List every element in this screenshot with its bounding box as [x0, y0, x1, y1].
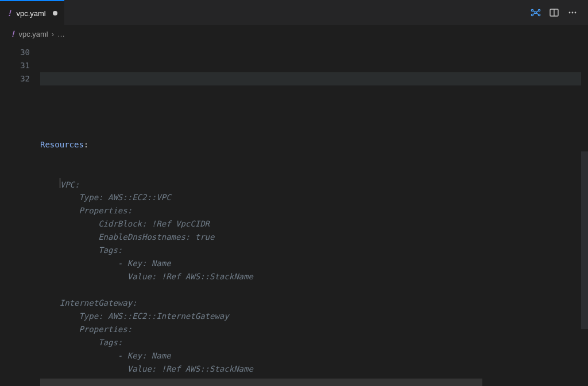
- ghost-suggestion-line: Tags:: [40, 336, 588, 349]
- ghost-suggestion-line: InternetGateway:: [40, 297, 588, 310]
- yaml-language-icon: !: [10, 29, 15, 38]
- svg-point-12: [572, 12, 574, 14]
- graph-icon[interactable]: [531, 7, 541, 18]
- ghost-suggestion-line: EnableDnsHostnames: true: [40, 231, 588, 244]
- ghost-suggestion-line: Properties:: [40, 204, 588, 217]
- svg-point-1: [531, 14, 533, 15]
- svg-point-2: [535, 11, 536, 13]
- horizontal-scrollbar-thumb[interactable]: [40, 379, 482, 386]
- split-editor-icon[interactable]: [549, 7, 559, 18]
- ghost-suggestion-line: - Key: Name: [40, 349, 588, 362]
- svg-line-8: [536, 13, 538, 14]
- ghost-suggestion-line: Properties:: [40, 323, 588, 336]
- ghost-suggestion-line: Value: !Ref AWS::StackName: [40, 270, 588, 283]
- yaml-language-icon: !: [7, 9, 11, 18]
- ellipsis-icon[interactable]: [567, 7, 578, 18]
- tab-dirty-indicator: [53, 11, 57, 15]
- svg-point-3: [538, 9, 540, 11]
- ghost-suggestion-line: - Key: Name: [40, 257, 588, 270]
- ghost-suggestion-line: Type: AWS::EC2::VPC: [40, 191, 588, 204]
- code-line: Resources:: [40, 138, 588, 151]
- ghost-suggestion-line: Value: !Ref AWS::StackName: [40, 362, 588, 376]
- svg-line-5: [533, 11, 535, 12]
- chevron-right-icon: ›: [52, 30, 54, 38]
- ghost-suggestion-line: VPC:: [40, 178, 588, 191]
- overview-ruler-thumb[interactable]: [581, 151, 588, 329]
- ghost-suggestion-line: Type: AWS::EC2::InternetGateway: [40, 310, 588, 323]
- svg-point-13: [575, 12, 577, 14]
- code-content[interactable]: Resources: VPC: Type: AWS::EC2::VPC Prop…: [40, 42, 588, 386]
- breadcrumb-filename: vpc.yaml: [18, 30, 48, 38]
- code-line: [40, 99, 588, 112]
- line-number-gutter: 303132: [0, 42, 40, 386]
- ghost-suggestion-line: Tags:: [40, 244, 588, 257]
- ghost-suggestion-line: [40, 283, 588, 297]
- tab-bar: ! vpc.yaml: [0, 0, 588, 25]
- line-number: 32: [0, 72, 30, 85]
- svg-point-11: [569, 12, 571, 14]
- overview-ruler[interactable]: [581, 42, 588, 386]
- horizontal-scrollbar[interactable]: [40, 379, 581, 386]
- tab-actions: [531, 0, 588, 25]
- svg-point-0: [531, 9, 533, 11]
- text-cursor: [60, 178, 60, 188]
- breadcrumb[interactable]: ! vpc.yaml › …: [0, 25, 588, 42]
- current-line-highlight: [40, 72, 585, 85]
- svg-point-4: [538, 14, 540, 15]
- code-editor[interactable]: 303132 Resources: VPC: Type: AWS::EC2::V…: [0, 42, 588, 386]
- svg-line-6: [533, 13, 535, 14]
- line-number: 31: [0, 59, 30, 72]
- line-number: 30: [0, 46, 30, 59]
- svg-line-7: [536, 11, 538, 12]
- tab-filename: vpc.yaml: [16, 9, 45, 18]
- ghost-suggestion-line: CidrBlock: !Ref VpcCIDR: [40, 217, 588, 231]
- editor-tab[interactable]: ! vpc.yaml: [0, 0, 64, 25]
- breadcrumb-trail: …: [57, 30, 65, 38]
